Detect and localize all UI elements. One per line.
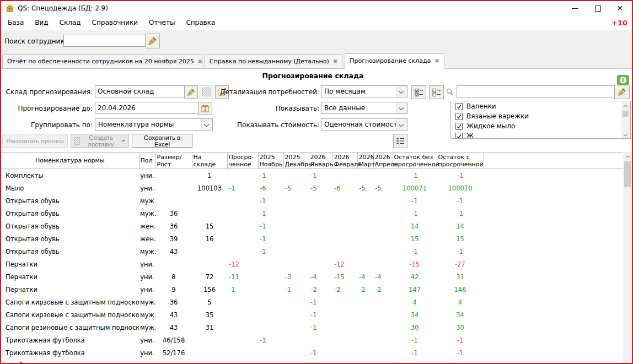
cell: 36 — [155, 220, 192, 232]
document-tab-3[interactable]: Прогнозирование склада✖ — [345, 53, 444, 69]
svg-text:i: i — [622, 77, 624, 83]
menu-item-вид[interactable]: Вид — [29, 16, 53, 30]
unchecked-list-icon — [432, 88, 441, 97]
group-by-label: Группировать по: — [1, 118, 93, 132]
legend-button[interactable] — [393, 134, 407, 148]
cell — [283, 308, 309, 321]
create-supply-button[interactable]: Создать поставку — [71, 134, 129, 148]
column-header[interactable]: Просро-ченное — [227, 153, 258, 169]
group-by-select[interactable]: Номенклатура нормы — [95, 118, 213, 131]
show-cost-select[interactable]: Оценочная стоимость — [321, 118, 407, 131]
check-all-button[interactable] — [411, 85, 426, 99]
column-header[interactable]: 2025Ноябрь — [258, 153, 283, 169]
menu-item-отчеты[interactable]: Отчеты — [143, 16, 180, 30]
column-header[interactable]: Размер/Рост — [155, 153, 192, 169]
minimize-button[interactable] — [566, 1, 583, 15]
filter-list-item[interactable]: Жидкое мыло — [451, 121, 630, 131]
info-button[interactable]: i — [616, 74, 630, 85]
cell: 15 — [393, 232, 437, 245]
clear-search-button[interactable] — [145, 34, 160, 48]
cell: жен. — [139, 232, 155, 245]
item-filter-list[interactable]: ВаленкиВязаные варежкиЖидкое мылоЖ — [450, 101, 631, 139]
column-header[interactable]: Номенклатура нормы — [1, 153, 139, 169]
table-row[interactable]: Футболка-1-1-1-1-1-1-5-6 — [1, 359, 623, 364]
cell — [373, 169, 393, 182]
item-search-clear-button[interactable] — [614, 85, 630, 99]
table-row[interactable]: Открытая обувьмуж.36-1-1-1 — [1, 207, 623, 220]
checkbox[interactable] — [455, 113, 463, 120]
column-header[interactable]: Остаток безпросроченной — [393, 153, 437, 169]
tab-close-icon[interactable]: ✖ — [198, 55, 202, 68]
warehouse-select-button[interactable] — [184, 85, 198, 99]
save-to-excel-button[interactable]: Сохранить в Excel — [132, 134, 192, 148]
item-search-input[interactable] — [457, 85, 615, 97]
document-tab-1[interactable]: Отчёт по обеспеченности сотрудников на 2… — [2, 55, 202, 69]
tab-close-icon[interactable]: ✖ — [333, 55, 337, 68]
column-header[interactable]: 2025Декабрь — [283, 153, 309, 169]
filter-list-item[interactable]: Вязаные варежки — [451, 111, 630, 121]
chevron-down-icon — [396, 102, 407, 113]
cell — [227, 194, 258, 207]
column-header[interactable]: Остаток спросроченной — [437, 153, 484, 169]
column-header[interactable]: 2026Февраль — [332, 153, 357, 169]
table-row[interactable]: Открытая обувьжен.3916-11515 — [1, 232, 623, 245]
table-row[interactable]: Сапоги кирзовые с защитным подноскоммуж.… — [1, 308, 623, 321]
filter-list-item[interactable]: Валенки — [451, 101, 630, 111]
checkbox[interactable] — [455, 123, 463, 130]
tab-close-icon[interactable]: ✖ — [434, 54, 439, 68]
column-header[interactable]: 2026Январь — [309, 153, 332, 169]
cell: -1 — [227, 182, 258, 194]
scroll-up-icon[interactable] — [623, 153, 632, 160]
filter-list-item[interactable]: Ж — [451, 131, 630, 139]
uncheck-all-button[interactable] — [429, 85, 444, 99]
table-row[interactable]: Открытая обувьмуж.43-1-1-1 — [1, 245, 623, 258]
cell — [309, 334, 332, 346]
table-row[interactable]: Перчаткиуни.-12-12-15-27 — [1, 258, 623, 270]
column-header[interactable]: 2026Апрель — [373, 153, 393, 169]
warehouse-input[interactable] — [95, 85, 187, 97]
checkbox[interactable] — [455, 103, 463, 110]
brush-icon — [187, 88, 195, 96]
cell — [192, 334, 227, 346]
cell — [283, 245, 309, 258]
column-header[interactable]: 2026Март — [357, 153, 373, 169]
table-row[interactable]: Открытая обувьжен.3615-11414 — [1, 220, 623, 232]
table-row[interactable]: Трикотажная футболкауни.52/176-1-1-1 — [1, 346, 623, 359]
table-row[interactable]: Комплектыуни.1-1-1-1-1 — [1, 169, 623, 182]
checkbox[interactable] — [455, 133, 463, 139]
show-select[interactable]: Все данные — [321, 102, 407, 114]
close-button[interactable]: ✕ — [611, 1, 629, 15]
menu-item-база[interactable]: База — [2, 16, 29, 30]
table-row[interactable]: Перчаткиуни.9156-1-1-2-2-2-2147146 — [1, 283, 623, 296]
table-row[interactable]: Открытая обувьмуж.-1-1-1 — [1, 194, 623, 207]
table-row[interactable]: Перчаткиуни.872-11-3-4-15-4-44231 — [1, 270, 623, 283]
cell — [283, 232, 309, 245]
cell: -5 — [357, 182, 373, 194]
table-row[interactable]: Сапоги резиновые с защитным подноскоммуж… — [1, 321, 623, 334]
document-tab-2[interactable]: Справка по невыданному (Детально)✖ — [205, 55, 342, 69]
calculate-forecast-button[interactable]: Рассчитать прогноз — [2, 134, 68, 148]
menu-item-справочники[interactable]: Справочники — [87, 16, 143, 30]
forecast-until-input[interactable] — [95, 102, 201, 114]
menu-item-справка[interactable]: Справка — [180, 16, 221, 30]
table-scrollbar[interactable] — [623, 152, 632, 363]
cell — [283, 334, 309, 346]
column-header[interactable]: Наскладе — [192, 153, 227, 169]
row-filler — [484, 182, 623, 194]
employee-search-input[interactable] — [63, 35, 146, 47]
cell — [373, 232, 393, 245]
menu-item-склад[interactable]: Склад — [54, 16, 87, 30]
cell: уни. — [139, 169, 155, 182]
table-row[interactable]: Мылоуни.100103-1-6-5-5-6-5-5100071100070 — [1, 182, 623, 194]
filter-item-label: Валенки — [466, 102, 496, 110]
cell: Открытая обувь — [1, 220, 139, 232]
detail-select[interactable]: По месяцам — [321, 85, 407, 97]
table-row[interactable]: Трикотажная футболкауни.46/158-1-1-1 — [1, 334, 623, 346]
cell — [155, 258, 192, 270]
table-row[interactable]: Сапоги кирзовые с защитным подноскоммуж.… — [1, 296, 623, 308]
scrollbar-thumb[interactable] — [624, 161, 631, 187]
cell — [373, 220, 393, 232]
column-header[interactable]: Пол — [139, 153, 155, 169]
maximize-button[interactable] — [589, 1, 607, 15]
cell — [332, 232, 357, 245]
